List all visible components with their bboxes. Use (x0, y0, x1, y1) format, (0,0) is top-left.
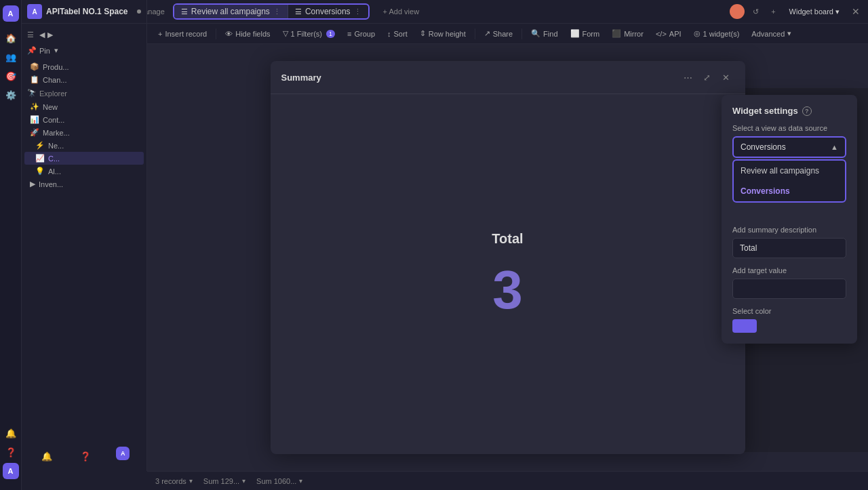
topbar: 📊 Campaign Results ★ Manage ☰ Review all… (22, 0, 868, 24)
data-source-label: Select a view as data source (732, 124, 846, 132)
conversions-tab-options[interactable]: ⋮ (354, 7, 361, 16)
sidebar-icon-home[interactable]: 🏠 (3, 30, 19, 46)
widget-count-btn[interactable]: ◎ 1 widget(s) (688, 27, 745, 40)
summary-menu-btn[interactable]: ⋯ (680, 69, 696, 85)
widget-count-label: 1 widget(s) (703, 30, 740, 38)
new-tab-btn[interactable]: + (767, 6, 779, 17)
statusbar-records: 3 records ▾ (155, 477, 193, 485)
widget-settings-title: Widget settings ? (732, 106, 846, 116)
nav-item-cont[interactable]: 📊 Cont... (24, 113, 144, 126)
nav-item-ne[interactable]: ⚡ Ne... (24, 139, 144, 152)
widget-board-btn[interactable]: Widget board ▾ (784, 6, 845, 18)
conversions-tab[interactable]: ☰ Conversions ⋮ (288, 5, 368, 18)
api-btn[interactable]: </> API (650, 28, 687, 40)
space-name: APITabel NO.1 Space (46, 7, 133, 16)
sum1-arrow: ▾ (242, 477, 245, 485)
statusbar-sum2: Sum 1060... ▾ (256, 477, 302, 485)
find-icon: 🔍 (531, 29, 540, 38)
space-status-dot (137, 9, 141, 14)
share-label: Share (493, 30, 513, 38)
hide-fields-btn[interactable]: 👁 Hide fields (220, 28, 275, 40)
pin-icon: 📌 (27, 46, 37, 55)
review-tab-icon: ☰ (181, 7, 188, 16)
explorer-section: 🔭 Explorer (22, 86, 146, 100)
nav-back-btn[interactable]: ◀ (39, 30, 45, 39)
nav-item-chan[interactable]: 📋 Chan... (24, 73, 144, 86)
widget-icon: ◎ (694, 29, 701, 38)
color-label: Select color (732, 307, 846, 315)
filter-btn[interactable]: ▽ 1 Filter(s) 1 (277, 27, 340, 40)
color-swatch[interactable] (732, 319, 757, 333)
hide-fields-label: Hide fields (235, 30, 270, 38)
insert-record-btn[interactable]: + Insert record (153, 28, 212, 40)
sort-btn[interactable]: ↕ Sort (382, 28, 413, 40)
conversions-tab-label: Conversions (305, 7, 351, 16)
close-btn[interactable]: ✕ (849, 6, 863, 17)
refresh-btn[interactable]: ↺ (749, 6, 763, 18)
form-btn[interactable]: ⬜ Form (565, 27, 606, 40)
target-input[interactable] (732, 279, 846, 299)
records-label: 3 records (155, 477, 186, 485)
sidebar-icon-settings[interactable]: ⚙️ (3, 87, 19, 103)
user-avatar-topbar (730, 4, 745, 19)
sidebar-icon-help[interactable]: ❓ (3, 444, 19, 460)
summary-close-btn[interactable]: ✕ (718, 69, 734, 85)
nav-item-new[interactable]: ✨ New (24, 100, 144, 113)
widget-settings-panel: Widget settings ? Select a view as data … (722, 95, 857, 344)
nav-bottom-avatar[interactable]: A (116, 447, 130, 460)
summary-header-btns: ⋯ ⤢ ✕ (680, 69, 734, 85)
summary-expand-btn[interactable]: ⤢ (699, 69, 715, 85)
widget-settings-info-icon[interactable]: ? (802, 106, 812, 116)
collapse-icon[interactable]: ☰ (27, 30, 34, 39)
views-tab-group: ☰ Review all campaigns ⋮ ☰ Conversions ⋮ (173, 3, 370, 20)
review-tab-label: Review all campaigns (191, 7, 270, 16)
mirror-btn[interactable]: ⬛ Mirror (606, 27, 649, 40)
user-avatar[interactable]: A (3, 463, 19, 479)
review-tab-options[interactable]: ⋮ (273, 7, 281, 16)
selected-view-label: Conversions (741, 142, 786, 152)
share-btn[interactable]: ↗ Share (479, 27, 518, 40)
group-btn[interactable]: ≡ Group (342, 28, 380, 40)
data-source-dropdown-btn[interactable]: Conversions ▲ (732, 136, 846, 158)
dropdown-list: Review all campaigns Conversions (732, 159, 846, 203)
target-label: Add target value (732, 266, 846, 274)
insert-record-label: Insert record (165, 30, 207, 38)
sum1-label: Sum 129... (203, 477, 239, 485)
pin-chevron: ▾ (54, 46, 58, 55)
description-input[interactable] (732, 238, 846, 258)
add-view-btn[interactable]: + Add view (376, 5, 427, 18)
row-height-btn[interactable]: ⇕ Row height (414, 27, 471, 40)
sidebar-icon-bell[interactable]: 🔔 (3, 425, 19, 441)
records-arrow: ▾ (189, 477, 193, 485)
app-logo[interactable]: A (3, 5, 19, 22)
nav-item-al[interactable]: 💡 Al... (24, 165, 144, 178)
review-campaigns-tab[interactable]: ☰ Review all campaigns ⋮ (174, 5, 288, 18)
widget-board-label: Widget board (789, 7, 833, 16)
advanced-label: Advanced (751, 30, 785, 38)
sidebar-icon-users[interactable]: 👥 (3, 49, 19, 65)
filter-icon: ▽ (283, 29, 288, 38)
find-btn[interactable]: 🔍 Find (526, 27, 563, 40)
toolbar2: + Insert record 👁 Hide fields ▽ 1 Filter… (147, 24, 868, 44)
advanced-btn[interactable]: Advanced ▾ (746, 27, 797, 40)
nav-bottom-bell[interactable]: 🔔 (39, 448, 55, 464)
nav-item-inven[interactable]: ▶ Inven... (24, 178, 144, 190)
nav-forward-btn[interactable]: ▶ (47, 30, 53, 39)
hide-fields-icon: 👁 (225, 30, 233, 38)
dropdown-item-conversions[interactable]: Conversions (734, 181, 845, 201)
dropdown-item-review[interactable]: Review all campaigns (734, 161, 845, 181)
find-label: Find (543, 30, 557, 38)
nav-bottom-help[interactable]: ❓ (77, 448, 94, 464)
mirror-label: Mirror (624, 30, 644, 38)
sep2 (475, 28, 475, 39)
sep1 (216, 28, 216, 39)
nav-item-marke[interactable]: 🚀 Marke... (24, 126, 144, 139)
main-content: Summary ⋯ ⤢ ✕ Total 3 Widget settings ? … (147, 44, 868, 471)
form-icon: ⬜ (570, 29, 580, 38)
filter-label: 1 Filter(s) (291, 30, 322, 38)
sidebar-icon-target[interactable]: 🎯 (3, 68, 19, 84)
dropdown-chevron-icon: ▲ (831, 143, 838, 151)
nav-item-campaign[interactable]: 📈 C... (24, 152, 144, 165)
group-label: Group (354, 30, 375, 38)
nav-item-products[interactable]: 📦 Produ... (24, 60, 144, 73)
